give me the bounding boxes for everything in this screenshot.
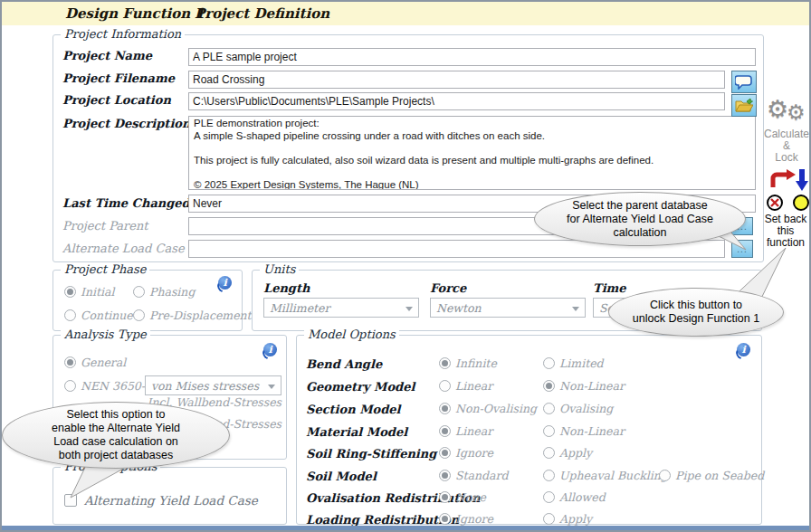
group-caption: Model Options <box>304 328 399 341</box>
radio-dot <box>439 513 451 525</box>
project-phase-group: Project Phase Initial Phasing Continue P… <box>52 270 243 331</box>
radio-label: Continue <box>81 309 133 322</box>
alternate-load-case-label: Alternate Load Case <box>62 242 185 255</box>
radio-dot <box>543 425 555 437</box>
force-label: Force <box>430 281 466 295</box>
radio-label: Linear <box>455 424 492 438</box>
row-label: Material Model <box>306 425 407 439</box>
project-filename-label: Project Filename <box>62 71 175 85</box>
page-title: Project Definition <box>195 5 329 22</box>
edit-filename-button[interactable] <box>731 71 757 93</box>
blue-arrow-head <box>796 181 808 191</box>
project-description-label: Project Description <box>62 117 190 130</box>
radio-label: Apply <box>559 446 592 460</box>
radio-apply: Apply <box>543 446 592 460</box>
chevron-down-icon <box>268 385 275 389</box>
radio-nen-3650-2: NEN 3650-2 <box>64 379 152 393</box>
radio-dot <box>543 513 555 525</box>
callout-parent-database: Select the parent database for Alternate… <box>534 192 746 246</box>
radio-label: Upheaval Buckling <box>559 469 668 482</box>
project-name-input[interactable] <box>188 48 756 66</box>
group-caption: Units <box>260 262 299 276</box>
radio-linear: Linear <box>439 379 492 393</box>
radio-label: Standard <box>455 469 509 482</box>
red-arrow-head <box>787 169 796 180</box>
radio-label: NEN 3650-2 <box>81 379 152 393</box>
callout-alternate-option: Select this option to enable the Alterna… <box>2 402 230 469</box>
bottom-edge-strip <box>2 526 809 530</box>
length-unit-select: Millimeter <box>263 298 419 318</box>
radio-dot <box>439 403 451 414</box>
radio-dot <box>439 357 451 369</box>
radio-label: Non-Linear <box>559 379 625 393</box>
radio-label: Initial <box>81 285 114 299</box>
project-definition-window: Design Function 1 Project Definition Pro… <box>0 0 811 532</box>
nen-stress-mode-select: von Mises stresses <box>145 375 281 395</box>
radio-dot <box>543 403 555 414</box>
radio-label: Ignore <box>455 512 493 526</box>
radio-label: Phasing <box>149 285 195 299</box>
project-filename-input[interactable] <box>188 71 725 89</box>
radio-dot <box>64 380 76 392</box>
info-icon[interactable] <box>737 343 750 356</box>
model-options-group: Model Options Bend Angle Infinite Limite… <box>296 335 762 525</box>
gear-icon: ⚙ <box>767 95 788 123</box>
radio-dot <box>543 491 555 503</box>
radio-label: Limited <box>559 356 604 370</box>
radio-dot <box>543 357 555 369</box>
row-label: Soil Model <box>306 470 377 483</box>
radio-phasing: Phasing <box>133 285 195 299</box>
force-unit-value: Newton <box>436 301 482 315</box>
info-icon[interactable] <box>218 276 232 290</box>
header-bar: Design Function 1 Project Definition <box>2 2 809 25</box>
radio-dot <box>543 470 555 481</box>
radio-dot <box>64 356 76 368</box>
force-unit-select: Newton <box>430 298 586 318</box>
nen-stress-mode-value: von Mises stresses <box>151 379 259 393</box>
length-unit-value: Millimeter <box>270 301 329 315</box>
design-function-label: Design Function 1 <box>65 5 205 22</box>
radio-initial: Initial <box>64 285 114 299</box>
gear-icon: ⚙ <box>787 100 806 124</box>
radio-dot <box>439 491 451 503</box>
radio-label: Ovalising <box>559 402 613 415</box>
radio-label: Linear <box>455 379 492 393</box>
radio-dot <box>439 425 451 437</box>
group-caption: Project Information <box>61 27 185 41</box>
radio-label: Ignore <box>455 446 493 460</box>
radio-label: Apply <box>559 512 592 526</box>
callout-unlock-function: Click this button to unlock Design Funct… <box>608 288 784 337</box>
radio-dot <box>133 286 145 298</box>
row-label: Section Model <box>306 403 401 416</box>
radio-limited: Limited <box>543 356 604 370</box>
project-description-input[interactable]: PLE demonstration project: A simple S-sh… <box>188 116 756 190</box>
radio-dot <box>439 447 451 459</box>
radio-apply: Apply <box>543 512 592 526</box>
yellow-circle-icon <box>794 195 808 210</box>
radio-allowed: Allowed <box>543 490 606 504</box>
row-label: Loading Redistribution <box>306 513 459 527</box>
project-location-input[interactable] <box>188 92 725 110</box>
row-label: Soil Ring-Stiffening <box>306 447 436 461</box>
radio-ignore: Ignore <box>439 446 493 460</box>
group-caption: Analysis Type <box>61 328 150 341</box>
group-caption: Project Phase <box>61 262 149 276</box>
radio-non-linear: Non-Linear <box>543 379 625 393</box>
radio-dot <box>543 447 555 459</box>
open-folder-icon <box>735 98 753 113</box>
radio-general: General <box>64 356 126 369</box>
radio-label: Allowed <box>559 490 606 504</box>
radio-label: Pre-Displacement <box>149 309 252 322</box>
set-back-icon[interactable] <box>766 167 811 213</box>
radio-dot <box>133 309 145 321</box>
radio-dot <box>659 470 671 481</box>
radio-label: Non-Linear <box>559 424 625 438</box>
browse-location-button[interactable] <box>731 94 757 117</box>
chevron-down-icon <box>406 307 413 311</box>
last-time-changed-label: Last Time Changed <box>62 196 190 210</box>
radio-label: Infinite <box>455 356 497 370</box>
info-icon[interactable] <box>263 343 277 356</box>
calculate-lock-button[interactable]: Calculate & Lock <box>760 128 811 164</box>
row-label: Bend Angle <box>306 357 382 371</box>
comment-icon <box>735 74 753 90</box>
